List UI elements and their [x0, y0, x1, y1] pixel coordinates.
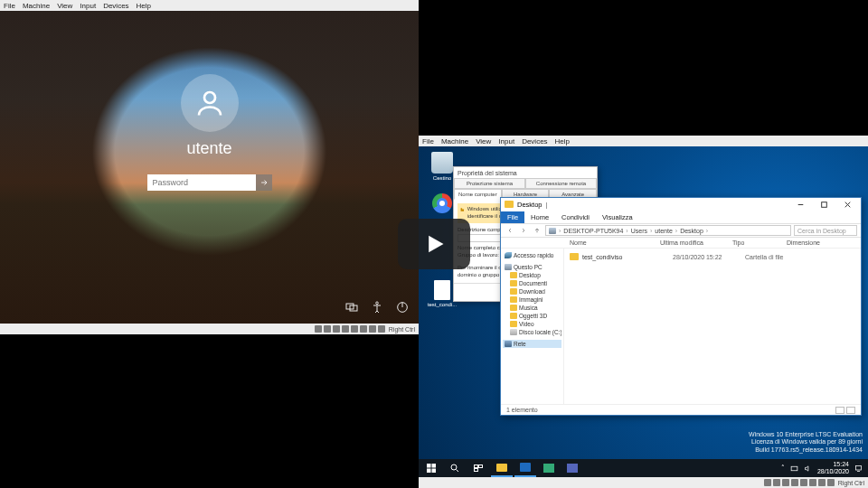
menu-machine[interactable]: Machine: [23, 2, 50, 10]
folder-icon: [510, 288, 517, 295]
status-icon: [360, 325, 367, 333]
folder-icon: [510, 280, 517, 286]
right-vm-window: File Machine View Input Devices Help Ces…: [419, 136, 868, 488]
tree-item[interactable]: Musica: [503, 304, 561, 312]
menu-help[interactable]: Help: [555, 137, 570, 145]
login-submit-button[interactable]: [256, 174, 272, 191]
view-details-icon[interactable]: [835, 407, 844, 414]
user-avatar: [181, 74, 239, 132]
menu-view[interactable]: View: [57, 2, 72, 10]
ease-of-access-icon[interactable]: [370, 300, 384, 316]
app-icon: [543, 464, 554, 473]
syswin-tab[interactable]: Protezione sistema: [454, 178, 525, 189]
col-name: Nome: [564, 238, 655, 248]
svg-rect-11: [475, 465, 478, 468]
menu-view[interactable]: View: [476, 137, 491, 145]
tree-item[interactable]: Immagini: [503, 296, 561, 304]
vm-statusbar-right: Right Ctrl: [419, 477, 868, 488]
play-icon: [421, 231, 447, 257]
status-icon: [378, 325, 385, 333]
ribbon-tab[interactable]: Condividi: [555, 211, 596, 223]
close-button[interactable]: [837, 199, 857, 210]
svg-rect-15: [856, 465, 862, 470]
syswin-tab[interactable]: Connessione remota: [525, 178, 597, 189]
explorer-tree[interactable]: Accesso rapido Questo PC Desktop Documen…: [501, 249, 564, 404]
vm-menubar-right[interactable]: File Machine View Input Devices Help: [419, 136, 868, 146]
ribbon-tab[interactable]: Visualizza: [596, 211, 639, 223]
volume-icon[interactable]: [804, 465, 812, 473]
nav-forward-button[interactable]: [518, 225, 529, 236]
minimize-button[interactable]: [790, 199, 810, 210]
nav-up-button[interactable]: [532, 225, 542, 236]
system-tray[interactable]: ˄ 15:24 28/10/2020: [781, 461, 866, 474]
file-explorer-window[interactable]: Desktop | File Home Condividi Visualizza: [500, 197, 862, 416]
network-icon[interactable]: [790, 465, 798, 473]
svg-rect-14: [791, 466, 797, 471]
column-headers[interactable]: Nome Ultima modifica Tipo Dimensione: [501, 238, 861, 249]
tray-clock[interactable]: 15:24 28/10/2020: [817, 461, 849, 474]
taskbar-app[interactable]: [538, 459, 560, 477]
tree-item[interactable]: Desktop: [503, 271, 561, 279]
explorer-file-list[interactable]: test_condiviso 28/10/2020 15:22 Cartella…: [564, 249, 861, 404]
menu-help[interactable]: Help: [137, 2, 151, 10]
power-icon[interactable]: [395, 300, 410, 316]
menu-machine[interactable]: Machine: [441, 137, 468, 145]
taskbar[interactable]: ˄ 15:24 28/10/2020: [419, 459, 868, 477]
maximize-button[interactable]: [814, 199, 834, 210]
status-icon: [369, 325, 376, 333]
svg-point-10: [451, 465, 457, 470]
windows-login-screen: utente: [0, 11, 419, 324]
folder-icon: [570, 253, 579, 260]
notifications-icon[interactable]: [854, 465, 863, 473]
desktop-icon-label: test_condi...: [428, 302, 457, 307]
tree-network[interactable]: Rete: [503, 340, 561, 348]
status-icon: [818, 479, 826, 486]
ribbon-tab[interactable]: Home: [524, 211, 555, 223]
ribbon-tab-file[interactable]: File: [501, 211, 524, 223]
password-input[interactable]: [147, 174, 256, 191]
video-play-button[interactable]: [398, 219, 470, 269]
taskview-button[interactable]: [467, 459, 489, 477]
svg-rect-9: [432, 469, 437, 474]
taskbar-search-button[interactable]: [444, 459, 466, 477]
start-button[interactable]: [420, 459, 442, 477]
tree-item[interactable]: Video: [503, 320, 561, 328]
svg-rect-12: [479, 465, 483, 468]
syswin-tab-active[interactable]: Nome computer: [454, 189, 502, 200]
address-breadcrumb[interactable]: › DESKTOP-PTU5K94› Users› utente› Deskto…: [545, 225, 791, 236]
nav-back-button[interactable]: [505, 225, 515, 236]
tree-item[interactable]: Disco locale (C:): [503, 328, 561, 336]
menu-file[interactable]: File: [4, 2, 15, 10]
svg-rect-13: [475, 469, 478, 472]
explorer-search-input[interactable]: Cerca in Desktop: [794, 225, 857, 236]
tree-item[interactable]: Documenti: [503, 279, 561, 287]
network-icon[interactable]: [344, 300, 359, 316]
host-key-label: Right Ctrl: [389, 326, 415, 333]
taskbar-app[interactable]: [561, 459, 583, 477]
list-item[interactable]: test_condiviso 28/10/2020 15:22 Cartella…: [570, 252, 855, 261]
menu-devices[interactable]: Devices: [522, 137, 547, 145]
tree-item[interactable]: Oggetti 3D: [503, 312, 561, 320]
tree-item[interactable]: Download: [503, 287, 561, 296]
taskbar-app-sysprops[interactable]: [514, 459, 536, 477]
taskbar-app-explorer[interactable]: [491, 459, 513, 477]
syswin-title: Proprietà del sistema: [454, 167, 597, 178]
menu-devices[interactable]: Devices: [103, 2, 128, 10]
explorer-title: Desktop: [517, 201, 542, 209]
windows-desktop[interactable]: Cestino test_condi... Proprietà del sist…: [419, 146, 868, 477]
windows-watermark: Windows 10 Enterprise LTSC Evaluation Li…: [749, 431, 863, 454]
tree-quick-access[interactable]: Accesso rapido: [503, 251, 561, 259]
menu-input[interactable]: Input: [498, 137, 514, 145]
left-vm-window: File Machine View Input Devices Help ute…: [0, 0, 419, 334]
vm-menubar-left[interactable]: File Machine View Input Devices Help: [0, 0, 419, 11]
vm-statusbar-left: Right Ctrl: [0, 324, 419, 334]
col-size: Dimensione: [781, 238, 826, 248]
view-tiles-icon[interactable]: [846, 407, 855, 414]
star-icon: [505, 252, 512, 258]
menu-file[interactable]: File: [422, 137, 434, 145]
status-icon: [791, 479, 798, 486]
tree-item[interactable]: Questo PC: [503, 263, 561, 271]
status-icon: [782, 479, 789, 486]
menu-input[interactable]: Input: [80, 2, 96, 10]
tray-chevron-icon[interactable]: ˄: [781, 465, 785, 472]
